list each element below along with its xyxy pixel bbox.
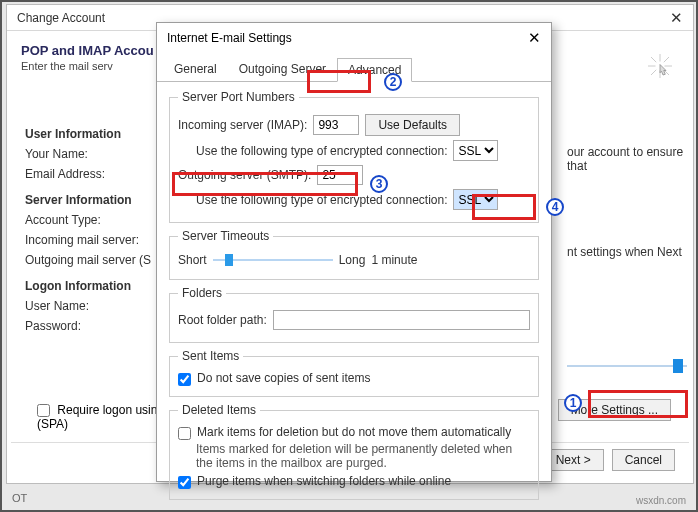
fieldset-folders: Folders Root folder path: [169,286,539,343]
left-column: User Information Your Name: Email Addres… [25,115,175,339]
more-settings-wrap: More Settings ... [558,399,671,421]
incoming-encrypt-select[interactable]: SSL [453,140,498,161]
label-long: Long [339,253,366,267]
chk-no-save-sent[interactable] [178,373,191,386]
slider-track [567,365,687,367]
fieldset-deleted-items: Deleted Items Mark items for deletion bu… [169,403,539,500]
inner-body: Server Port Numbers Incoming server (IMA… [157,82,551,512]
section-user-info: User Information [25,127,175,141]
inner-close-icon[interactable]: ✕ [528,29,541,47]
inner-title-text: Internet E-mail Settings [167,31,292,45]
require-spa-checkbox[interactable] [37,404,50,417]
fieldset-timeouts: Server Timeouts Short Long 1 minute [169,229,539,280]
footer-ot: OT [12,492,27,504]
label-your-name: Your Name: [25,147,175,161]
legend-timeouts: Server Timeouts [178,229,273,243]
label-short: Short [178,253,207,267]
fieldset-server-ports: Server Port Numbers Incoming server (IMA… [169,90,539,223]
outer-title-text: Change Account [17,5,105,31]
outgoing-port-input[interactable] [317,165,363,185]
close-icon[interactable]: ✕ [670,5,683,31]
legend-deleted: Deleted Items [178,403,260,417]
footer-brand: wsxdn.com [636,495,686,506]
outer-cancel-button[interactable]: Cancel [612,449,675,471]
more-settings-button[interactable]: More Settings ... [558,399,671,421]
chk-mark-deletion[interactable] [178,427,191,440]
tab-outgoing-server[interactable]: Outgoing Server [228,57,337,81]
right-text-1: our account to ensure that [567,145,691,173]
svg-line-7 [651,70,656,75]
label-password: Password: [25,319,175,333]
label-mark-deletion: Mark items for deletion but do not move … [197,425,511,439]
tabs: General Outgoing Server Advanced [157,53,551,82]
require-spa-label: Require logon using(SPA) [37,403,164,431]
label-purge: Purge items when switching folders while… [197,474,451,488]
right-text-2: nt settings when Next [567,245,691,259]
legend-folders: Folders [178,286,226,300]
root-folder-input[interactable] [273,310,530,330]
label-incoming-encrypt: Use the following type of encrypted conn… [196,144,447,158]
chk-purge[interactable] [178,476,191,489]
require-spa-checkbox-row: Require logon using(SPA) [37,403,164,431]
svg-line-4 [651,57,656,62]
legend-server-ports: Server Port Numbers [178,90,299,104]
label-outgoing-server: Outgoing mail server (S [25,253,175,267]
label-no-save-sent: Do not save copies of sent items [197,371,370,385]
use-defaults-button[interactable]: Use Defaults [365,114,460,136]
cursor-star-icon [645,51,675,81]
label-username: User Name: [25,299,175,313]
label-minute: 1 minute [371,253,417,267]
incoming-port-input[interactable] [313,115,359,135]
section-server-info: Server Information [25,193,175,207]
tab-advanced[interactable]: Advanced [337,58,412,82]
outgoing-encrypt-select[interactable]: SSL [453,189,498,210]
section-logon-info: Logon Information [25,279,175,293]
internet-email-settings-dialog: Internet E-mail Settings ✕ General Outgo… [156,22,552,482]
label-outgoing-smtp: Outgoing server (SMTP): [178,168,311,182]
label-root-folder: Root folder path: [178,313,267,327]
label-incoming-server: Incoming mail server: [25,233,175,247]
label-account-type: Account Type: [25,213,175,227]
label-email: Email Address: [25,167,175,181]
label-incoming-imap: Incoming server (IMAP): [178,118,307,132]
slider-thumb[interactable] [673,359,683,373]
note-deletion: Items marked for deletion will be perman… [196,442,530,470]
tab-general[interactable]: General [163,57,228,81]
fieldset-sent-items: Sent Items Do not save copies of sent it… [169,349,539,397]
label-outgoing-encrypt: Use the following type of encrypted conn… [196,193,447,207]
legend-sent: Sent Items [178,349,243,363]
timeout-slider[interactable] [213,254,333,266]
inner-titlebar: Internet E-mail Settings ✕ [157,23,551,53]
svg-line-6 [664,57,669,62]
